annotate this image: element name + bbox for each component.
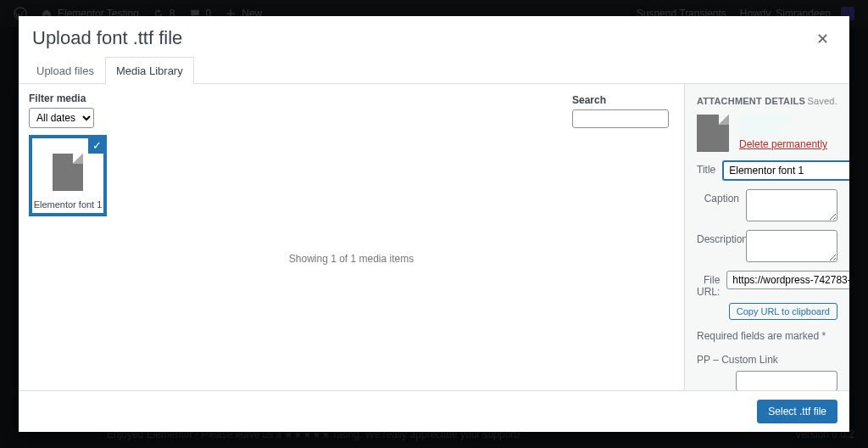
attachment-item[interactable]: ✓ Elementor font 1	[29, 135, 107, 216]
search-label: Search	[572, 94, 669, 106]
file-icon	[53, 154, 83, 191]
filter-media-label: Filter media	[29, 92, 94, 104]
pp-custom-link-input[interactable]	[736, 371, 837, 390]
fileurl-input[interactable]	[726, 271, 849, 289]
description-input[interactable]	[746, 230, 837, 262]
delete-permanently-link[interactable]: Delete permanently	[739, 138, 827, 150]
modal-tabs: Upload files Media Library	[19, 57, 849, 84]
close-button[interactable]: ✕	[810, 26, 836, 52]
copy-url-button[interactable]: Copy URL to clipboard	[729, 303, 837, 320]
attachment-label: Elementor font 1	[32, 199, 103, 210]
description-label: Description	[697, 230, 739, 245]
saved-indicator: Saved.	[807, 96, 837, 106]
file-thumb-icon	[697, 115, 729, 152]
required-note: Required fields are marked *	[697, 330, 837, 342]
caption-label: Caption	[697, 189, 739, 204]
tab-upload-files[interactable]: Upload files	[25, 57, 105, 84]
date-filter-select[interactable]: All dates	[29, 108, 94, 128]
caption-input[interactable]	[746, 189, 837, 221]
details-heading: ATTACHMENT DETAILS	[697, 96, 805, 106]
close-icon: ✕	[816, 31, 829, 48]
media-modal-overlay: Upload font .ttf file ✕ Upload files Med…	[0, 0, 868, 448]
fileurl-label: File URL:	[697, 271, 720, 298]
tab-media-library[interactable]: Media Library	[105, 57, 194, 84]
title-input[interactable]	[722, 160, 849, 181]
file-meta: Delete permanently	[739, 115, 837, 150]
modal-footer: Select .ttf file	[19, 390, 849, 432]
search-input[interactable]	[572, 109, 669, 128]
title-label: Title	[697, 160, 715, 176]
media-modal: Upload font .ttf file ✕ Upload files Med…	[19, 16, 849, 432]
attachments-grid: ✓ Elementor font 1 Showing 1 of 1 media …	[29, 135, 674, 382]
media-status: Showing 1 of 1 media items	[289, 253, 414, 265]
check-icon[interactable]: ✓	[88, 137, 105, 154]
select-ttf-button[interactable]: Select .ttf file	[757, 400, 837, 423]
media-library-frame: Filter media All dates Search ✓ Ele	[19, 84, 684, 390]
modal-title: Upload font .ttf file	[32, 26, 182, 51]
pp-custom-link-label: PP – Custom Link	[697, 354, 837, 366]
attachment-details-pane: ATTACHMENT DETAILS Saved. Delete permane…	[684, 84, 849, 390]
